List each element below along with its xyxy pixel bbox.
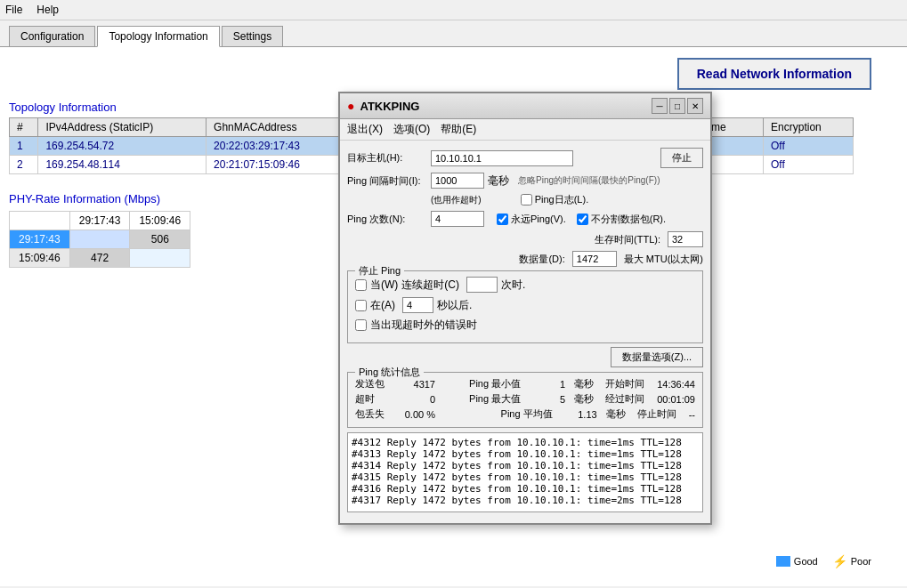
interval-input[interactable] — [431, 173, 484, 189]
no-fragment-check: 不分割数据包(R). — [577, 213, 666, 226]
data-select-button[interactable]: 数据量选项(Z)... — [611, 347, 703, 367]
menu-help[interactable]: Help — [36, 4, 59, 16]
timeout-label: 超时 — [355, 392, 391, 406]
data-size-label: 数据量(D): — [519, 253, 564, 266]
phy-row2-val1: 472 — [69, 249, 130, 268]
stop-when-row: 当(W) 连续超时(C) 次时. — [355, 277, 695, 293]
seconds-label: 秒以后. — [437, 298, 472, 313]
legend-good: Good — [776, 556, 818, 567]
cell-num: 2 — [10, 156, 38, 174]
stats-row-1: 发送包 4317 Ping 最小值 1 毫秒 开始时间 14:36:44 — [355, 377, 695, 391]
interval-label: Ping 间隔时间(I): — [347, 174, 427, 188]
cell-enc: Off — [764, 156, 854, 174]
stop-time-label: 停止时间 — [637, 407, 676, 421]
data-size-input[interactable] — [572, 251, 617, 267]
count-row: Ping 次数(N): 永远Ping(V). 不分割数据包(R). — [347, 211, 703, 227]
seconds-input[interactable] — [402, 297, 433, 313]
main-content: Read Network Information Topology Inform… — [0, 47, 907, 586]
dialog-title: ATKKPING — [360, 100, 419, 113]
legend-good-swatch — [776, 556, 790, 567]
cell-ip: 169.254.54.72 — [38, 137, 207, 156]
atkkping-icon: ● — [347, 99, 354, 113]
forever-ping-check: 永远Ping(V). — [497, 213, 566, 226]
elapsed-value: 00:01:09 — [657, 394, 695, 405]
count-input[interactable] — [431, 211, 484, 227]
phy-col1-header: 29:17:43 — [69, 212, 130, 230]
log-line: #4313 Reply 1472 bytes from 10.10.10.1: … — [352, 448, 699, 460]
restore-button[interactable]: □ — [669, 98, 685, 114]
col-num: # — [10, 118, 38, 137]
cell-mac: 20:22:03:29:17:43 — [207, 137, 345, 156]
sent-value: 4317 — [400, 379, 435, 390]
cell-mac: 20:21:07:15:09:46 — [207, 156, 345, 174]
error-checkbox[interactable] — [355, 319, 367, 331]
continuous-label: 连续超时(C) — [401, 278, 459, 293]
log-line: #4316 Reply 1472 bytes from 10.10.10.1: … — [352, 483, 699, 495]
elapsed-label: 经过时间 — [605, 392, 644, 406]
menubar: File Help — [0, 0, 907, 20]
phy-row1-val2: 506 — [130, 230, 190, 249]
start-value: 14:36:44 — [657, 379, 695, 390]
target-input[interactable] — [431, 150, 573, 166]
log-line: #4317 Reply 1472 bytes from 10.10.10.1: … — [352, 495, 699, 506]
log-area: #4312 Reply 1472 bytes from 10.10.10.1: … — [347, 432, 703, 512]
forever-ping-checkbox[interactable] — [497, 213, 508, 225]
stop-button[interactable]: 停止 — [660, 148, 703, 168]
times-label: 次时. — [501, 278, 525, 293]
ping-log-check: Ping日志(L). — [521, 193, 589, 206]
ping-log-checkbox[interactable] — [521, 194, 532, 205]
minimize-button[interactable]: ─ — [652, 98, 668, 114]
ttl-input[interactable] — [668, 231, 703, 247]
read-network-button[interactable]: Read Network Information — [677, 58, 871, 90]
max-label: Ping 最大值 — [469, 392, 521, 406]
dialog-titlebar-left: ● ATKKPING — [347, 99, 419, 113]
dialog-menu-help[interactable]: 帮助(E) — [441, 122, 476, 137]
in-checkbox[interactable] — [355, 300, 367, 311]
col-mac: GhnMACAddress — [207, 118, 345, 137]
stop-ping-title: 停止 Ping — [355, 264, 404, 278]
avg-unit: 毫秒 — [606, 407, 628, 421]
stop-in-row: 在(A) 秒以后. — [355, 297, 695, 313]
in-label: 在(A) — [370, 298, 395, 313]
legend-poor-label: Poor — [851, 556, 871, 567]
tab-settings[interactable]: Settings — [222, 26, 283, 46]
max-value: 5 — [530, 394, 565, 405]
tab-configuration[interactable]: Configuration — [9, 26, 95, 46]
tab-topology[interactable]: Topology Information — [97, 26, 219, 47]
phy-row: 29:17:43 506 — [10, 230, 190, 249]
legend: Good ⚡ Poor — [776, 554, 871, 568]
close-button[interactable]: ✕ — [687, 98, 703, 114]
start-label: 开始时间 — [605, 377, 644, 391]
min-value: 1 — [530, 379, 565, 390]
sent-label: 发送包 — [355, 377, 391, 391]
no-fragment-checkbox[interactable] — [577, 213, 588, 225]
ignore-hint: 忽略Ping的时间间隔(最快的Ping(F)) — [518, 174, 660, 187]
lightning-icon: ⚡ — [832, 554, 847, 568]
col-enc: Encryption — [764, 118, 854, 137]
dialog-controls: ─ □ ✕ — [652, 98, 703, 114]
target-label: 目标主机(H): — [347, 151, 427, 165]
phy-row1-label: 29:17:43 — [10, 230, 70, 249]
tabbar: Configuration Topology Information Setti… — [0, 20, 907, 47]
lost-label: 包丢失 — [355, 407, 391, 421]
phy-col2-header: 15:09:46 — [130, 212, 190, 230]
menu-file[interactable]: File — [5, 4, 22, 16]
mtu-label: 最大 MTU(以太网) — [624, 253, 703, 266]
dialog-titlebar: ● ATKKPING ─ □ ✕ — [340, 93, 710, 119]
min-unit: 毫秒 — [574, 377, 596, 391]
continuous-input[interactable] — [466, 277, 498, 293]
count-label: Ping 次数(N): — [347, 213, 427, 226]
ttl-data-row: 生存时间(TTL): — [347, 231, 703, 247]
legend-poor: ⚡ Poor — [832, 554, 871, 568]
col-ip: IPv4Address (StaticIP) — [38, 118, 207, 137]
when-checkbox[interactable] — [355, 279, 367, 291]
stop-error-row: 当出现超时外的错误时 — [355, 318, 695, 333]
also-as-row: (也用作超时) Ping日志(L). — [347, 193, 703, 206]
phy-row2-val2 — [130, 249, 190, 268]
stats-row-3: 包丢失 0.00 % Ping 平均值 1.13 毫秒 停止时间 -- — [355, 407, 695, 421]
phy-row2-label: 15:09:46 — [10, 249, 70, 268]
dialog-menu-options[interactable]: 选项(O) — [393, 122, 430, 137]
also-as-label: (也用作超时) — [431, 194, 482, 206]
log-line: #4312 Reply 1472 bytes from 10.10.10.1: … — [352, 437, 699, 448]
dialog-menu-exit[interactable]: 退出(X) — [347, 122, 383, 137]
